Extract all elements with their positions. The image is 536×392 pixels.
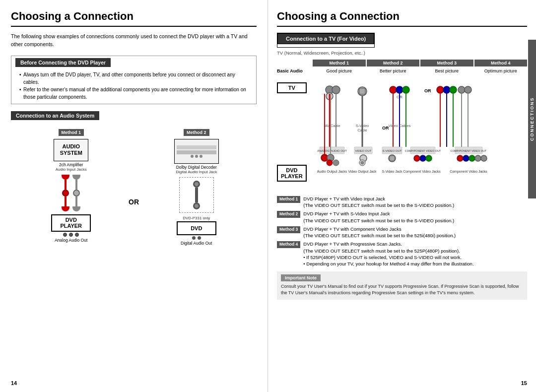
svg-point-47 <box>361 161 364 164</box>
svg-point-1 <box>332 86 340 94</box>
basic-audio-label: Basic Audio <box>277 67 312 75</box>
digital-jack-label: Digital Audio Input Jack <box>176 170 217 174</box>
plug-white-bottom <box>72 206 80 211</box>
method2-badge: Method 2 <box>184 129 209 136</box>
svg-point-8 <box>437 86 444 93</box>
method1-badge: Method 1 <box>59 129 84 136</box>
left-page-title: Choosing a Connection <box>11 10 257 27</box>
tv-subtitle: TV (Normal, Widescreen, Projection, etc.… <box>277 50 527 56</box>
audio-system-section: Connection to an Audio System Method 1 A… <box>11 111 257 246</box>
dconn2 <box>198 236 201 240</box>
tv-method2-group <box>358 87 367 96</box>
left-page: Choosing a Connection The following show… <box>0 0 268 392</box>
method4-note-badge: Method 4 <box>277 241 300 248</box>
before-connecting-bullets: Always turn off the DVD player, TV, and … <box>15 71 252 101</box>
video-out-label: VIDEO OUT <box>355 149 371 152</box>
wire-red-2 <box>65 196 67 206</box>
method4-note: Method 4 DVD Player + TV with Progressiv… <box>277 241 527 267</box>
method1-quality: Good picture <box>313 67 366 75</box>
svg-point-6 <box>396 86 403 93</box>
method2-note: Method 2 DVD Player + TV with S-Video In… <box>277 210 527 224</box>
device-labels-col: TV DVDPLAYER <box>277 77 307 187</box>
tv-section: Connection to a TV (For Video) TV (Norma… <box>277 33 527 193</box>
method4-note-text: DVD Player + TV with Progressive Scan Ja… <box>303 241 473 267</box>
audio-jacks-text: Audio Output Jacks <box>317 170 347 174</box>
method1-note: Method 1 DVD Player + TV with Video Inpu… <box>277 196 527 209</box>
digital-out-label: Digital Audio Out <box>181 241 212 246</box>
connections-sidebar: CONNECTIONS <box>528 40 536 198</box>
method3-note: Method 3 DVD Player + TV with Component … <box>277 226 527 239</box>
before-connecting-section: Before Connecting the DVD Player Always … <box>11 56 257 104</box>
bullet-1: Always turn off the DVD player, TV, and … <box>19 71 252 86</box>
audio-diagram: Method 1 AUDIOSYSTEM 2ch Amplifier Audio… <box>11 129 257 246</box>
coaxial-plug-bottom <box>193 202 200 209</box>
dvd-player-2: DVD Digital Audio Out <box>177 221 216 246</box>
tv-label: TV <box>288 85 295 91</box>
svg-point-37 <box>426 155 432 161</box>
svg-point-12 <box>465 86 471 93</box>
method2-header: Method 2 <box>367 60 420 66</box>
wire-white-2 <box>75 196 77 206</box>
audio-system-box: AUDIOSYSTEM <box>54 139 88 161</box>
page-number-left: 14 <box>11 380 17 386</box>
audio-system-label: AUDIOSYSTEM <box>60 143 82 156</box>
bullet-2: Refer to the owner's manual of the addit… <box>19 86 252 101</box>
before-connecting-header: Before Connecting the DVD Player <box>15 58 111 67</box>
wire-1 <box>62 175 69 211</box>
svg-point-45 <box>333 160 339 166</box>
decoder-strip1 <box>177 145 216 149</box>
page-container: Choosing a Connection The following show… <box>0 0 536 392</box>
decoder-label: Dolby Digital Decoder <box>176 165 217 170</box>
right-page-title: Choosing a Connection <box>277 10 527 27</box>
video-cables-label: Video Cables <box>388 124 410 128</box>
method3-note-text: DVD Player + TV with Component Video Jac… <box>303 226 456 239</box>
av-cable-label: AV Cable <box>325 124 340 128</box>
svg-point-7 <box>402 86 409 93</box>
dvd-bottom-connectors-2 <box>192 236 201 240</box>
svg-point-9 <box>443 86 450 93</box>
method1-note-text: DVD Player + TV with Video Input Jack(Th… <box>303 196 454 209</box>
dvd-label-box: DVDPLAYER <box>277 165 307 182</box>
svideo-cable-label2: Cable <box>357 128 367 132</box>
tv-section-wrapper: Connection to a TV (For Video) <box>277 33 375 48</box>
knob1 <box>191 155 194 158</box>
method2-area: Method 2 Dolby Digital Decod <box>141 129 252 246</box>
method-quality-row: Basic Audio Good picture Better picture … <box>277 67 527 75</box>
svideo-out-label: S-VIDEO OUT <box>382 149 402 152</box>
right-page: Choosing a Connection Connection to a TV… <box>268 0 536 392</box>
svg-point-40 <box>463 155 469 161</box>
dvd-player-1: DVDPLAYER Analog Audio Out <box>51 214 91 243</box>
knob3 <box>200 155 202 158</box>
or-label-2: OR <box>424 88 431 93</box>
method4-header: Method 4 <box>474 60 528 66</box>
svg-point-39 <box>457 155 463 161</box>
audio-system-device: AUDIOSYSTEM 2ch Amplifier Audio Input Ja… <box>54 139 88 172</box>
svg-point-42 <box>475 155 481 161</box>
dvd-label-2: DVD <box>191 225 202 231</box>
coaxial-plug-top <box>193 181 200 188</box>
dconn1 <box>192 236 196 240</box>
coaxial-wire-body <box>195 188 198 202</box>
dvd-label-tv: DVDPLAYER <box>281 167 303 179</box>
or-text: OR <box>129 198 139 206</box>
decoder-knobs <box>191 155 202 158</box>
svideo-jack-text: S-Video Jack <box>382 170 402 173</box>
tv-diagram-container: TV DVDPLAYER <box>277 77 527 193</box>
method1-area: Method 1 AUDIOSYSTEM 2ch Amplifier Audio… <box>16 129 127 246</box>
method3-quality: Best picture <box>420 67 473 75</box>
comp-jack-text: Component Video Jacks <box>403 170 441 174</box>
audio-section-header: Connection to an Audio System <box>11 111 99 120</box>
dvd-box-1: DVDPLAYER <box>51 214 91 232</box>
decoder-device: Dolby Digital Decoder Digital Audio Inpu… <box>174 139 219 174</box>
dvd-box-2: DVD <box>177 221 216 235</box>
method3-header: Method 3 <box>420 60 473 66</box>
tv-method4-group <box>437 86 471 93</box>
plug-white-top <box>72 175 80 180</box>
tv-connection-header: Connection to a TV (For Video) <box>277 33 374 44</box>
method2-note-badge: Method 2 <box>277 211 300 218</box>
important-note-section: Important Note Consult your TV User's Ma… <box>277 271 527 300</box>
knob2 <box>195 155 198 158</box>
dashed-wire-area <box>179 177 214 213</box>
method2-note-text: DVD Player + TV with S-Video Input Jack(… <box>303 210 454 224</box>
important-note-header: Important Note <box>281 274 321 281</box>
